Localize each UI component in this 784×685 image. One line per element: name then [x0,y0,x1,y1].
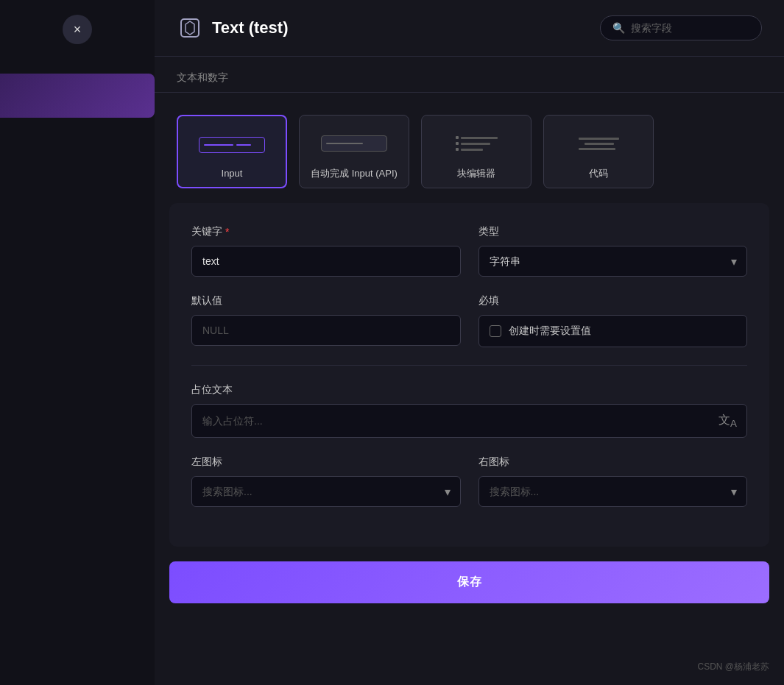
type-card-input-label: Input [222,168,243,179]
form-row-3: 左图标 ▾ 右图标 ▾ [191,455,747,507]
right-icon-search-wrapper: ▾ [478,476,748,507]
type-select-wrapper: 字符串 数字 布尔值 ▾ [478,246,748,277]
type-card-autocomplete-icon [317,124,391,164]
default-label: 默认值 [191,294,461,308]
type-card-block-editor[interactable]: 块编辑器 [421,115,532,188]
left-icon-search-wrapper: ▾ [191,476,461,507]
search-box[interactable]: 🔍 [600,15,762,40]
type-select[interactable]: 字符串 数字 布尔值 [478,246,748,277]
keyword-label: 关键字 * [191,225,461,238]
header-left: Text (test) [177,15,289,41]
translate-icon: 文A [718,413,737,429]
save-button[interactable]: 保存 [169,561,769,603]
type-cards-container: Input 自动完成 Input (API) [155,100,784,203]
page-title: Text (test) [212,18,289,38]
section-label: 文本和数字 [155,57,784,93]
form-group-left-icon: 左图标 ▾ [191,455,461,507]
type-card-autocomplete-label: 自动完成 Input (API) [311,167,398,180]
search-input[interactable] [631,22,749,34]
right-icon-label: 右图标 [478,455,748,469]
main-panel: Text (test) 🔍 文本和数字 Input [155,0,784,685]
type-card-input-icon [195,124,269,165]
form-group-right-icon: 右图标 ▾ [478,455,748,507]
form-divider [191,365,747,366]
close-icon: × [74,22,82,38]
required-checkbox-label: 创建时需要设置值 [509,324,591,338]
type-card-block-editor-label: 块编辑器 [457,167,495,180]
type-card-code[interactable]: 代码 [543,115,654,188]
watermark: CSDN @杨浦老苏 [697,661,769,673]
keyword-input[interactable] [191,246,461,277]
required-label: 必填 [478,294,748,308]
sidebar: × [0,0,155,685]
required-checkbox[interactable] [490,325,501,337]
placeholder-input-wrapper: 文A [191,404,747,438]
type-card-autocomplete[interactable]: 自动完成 Input (API) [299,115,409,188]
placeholder-input[interactable] [191,404,747,438]
required-checkbox-wrapper[interactable]: 创建时需要设置值 [478,315,748,347]
placeholder-label: 占位文本 [191,383,747,397]
form-area: 关键字 * 类型 字符串 数字 布尔值 ▾ 默认值 [169,203,769,547]
save-button-wrapper: 保存 [155,561,784,618]
type-card-input[interactable]: Input [177,115,287,188]
required-star: * [225,226,229,238]
type-card-code-label: 代码 [589,167,608,180]
form-row-2: 默认值 必填 创建时需要设置值 [191,294,747,347]
header: Text (test) 🔍 [155,0,784,57]
type-card-block-editor-icon [439,124,513,164]
left-icon-search-input[interactable] [191,476,461,507]
form-row-1: 关键字 * 类型 字符串 数字 布尔值 ▾ [191,225,747,277]
right-icon-search-input[interactable] [478,476,748,507]
type-label: 类型 [478,225,748,238]
form-group-required: 必填 创建时需要设置值 [478,294,748,347]
left-icon-label: 左图标 [191,455,461,469]
sidebar-accent-bar [0,74,155,118]
default-input[interactable] [191,315,461,346]
search-icon: 🔍 [612,22,625,34]
form-group-type: 类型 字符串 数字 布尔值 ▾ [478,225,748,277]
type-card-code-icon [562,124,635,164]
form-group-keyword: 关键字 * [191,225,461,277]
form-group-default: 默认值 [191,294,461,347]
form-group-placeholder: 占位文本 文A [191,383,747,438]
close-button[interactable]: × [63,15,92,44]
header-icon [177,15,203,41]
